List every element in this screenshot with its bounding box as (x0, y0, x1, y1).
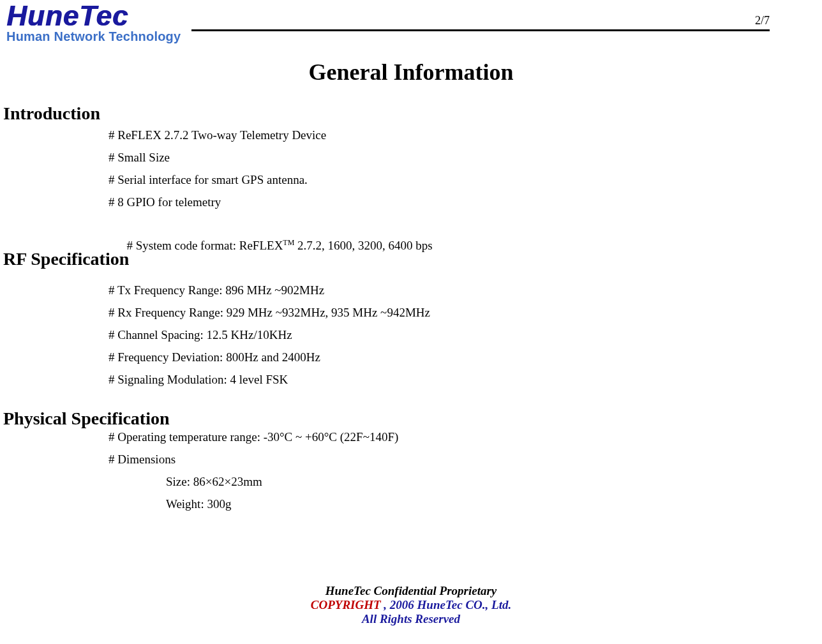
rf-list: # Tx Frequency Range: 896 MHz ~902MHz # … (108, 280, 430, 391)
list-item: # Signaling Modulation: 4 level FSK (108, 369, 430, 390)
trademark-superscript: TM (283, 238, 294, 247)
list-subitem: Size: 86×62×23mm (108, 471, 398, 492)
footer-line-3: All Rights Reserved (0, 612, 822, 626)
footer-line-1: HuneTec Confidential Proprietary (0, 584, 822, 598)
list-item: # Serial interface for smart GPS antenna… (108, 169, 433, 190)
list-item-text: 2.7.2, 1600, 3200, 6400 bps (294, 239, 432, 252)
physical-list: # Operating temperature range: -30°C ~ +… (108, 426, 398, 516)
list-item: # Small Size (108, 147, 433, 168)
company-logo: HuneTec Human Network Technology (6, 0, 181, 44)
header-rule (191, 29, 770, 31)
list-item: # System code format: ReFLEXTM 2.7.2, 16… (108, 214, 433, 277)
list-item-text: # System code format: ReFLEX (127, 239, 283, 252)
section-heading-introduction: Introduction (3, 103, 100, 124)
list-item: # Rx Frequency Range: 929 MHz ~932MHz, 9… (108, 302, 430, 323)
page-number: 2/7 (755, 14, 770, 27)
section-heading-rf: RF Specification (3, 249, 129, 269)
list-item: # Operating temperature range: -30°C ~ +… (108, 426, 398, 447)
list-item: # Frequency Deviation: 800Hz and 2400Hz (108, 347, 430, 368)
list-item: # Channel Spacing: 12.5 KHz/10KHz (108, 324, 430, 345)
logo-main-text: HuneTec (6, 0, 181, 32)
introduction-list: # ReFLEX 2.7.2 Two-way Telemetry Device … (108, 124, 433, 278)
logo-sub-text: Human Network Technology (6, 29, 181, 44)
footer-copyright-word: COPYRIGHT (311, 598, 384, 611)
footer-line-2: COPYRIGHT , 2006 HuneTec CO., Ltd. (0, 598, 822, 612)
document-page: HuneTec Human Network Technology 2/7 Gen… (0, 0, 822, 644)
page-footer: HuneTec Confidential Proprietary COPYRIG… (0, 584, 822, 626)
page-title: General Information (0, 59, 822, 86)
list-subitem: Weight: 300g (108, 493, 398, 514)
list-item: # ReFLEX 2.7.2 Two-way Telemetry Device (108, 124, 433, 146)
list-item: # Tx Frequency Range: 896 MHz ~902MHz (108, 280, 430, 301)
footer-copyright-rest: , 2006 HuneTec CO., Ltd. (384, 598, 511, 611)
list-item: # Dimensions (108, 449, 398, 470)
list-item: # 8 GPIO for telemetry (108, 191, 433, 213)
